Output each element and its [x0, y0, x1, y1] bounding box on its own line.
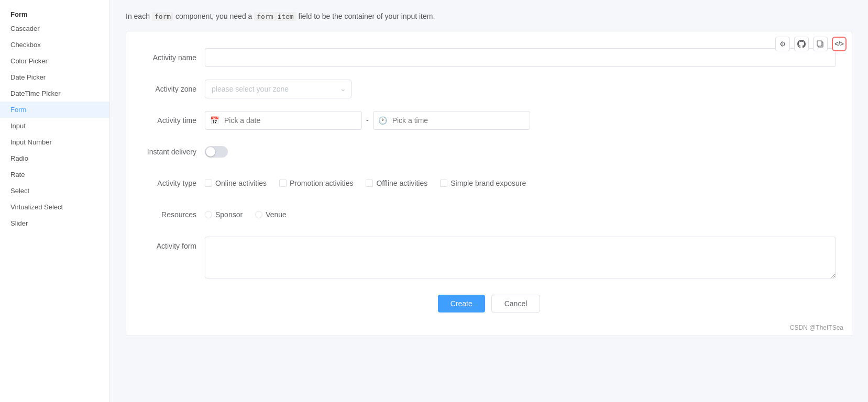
sidebar-group-title: Form — [0, 6, 109, 20]
checkbox-promotion[interactable]: Promotion activities — [279, 179, 353, 187]
resources-label: Resources — [142, 205, 205, 224]
activity-form-label: Activity form — [142, 237, 205, 255]
sidebar-item-input[interactable]: Input — [0, 118, 109, 134]
copy-icon[interactable] — [813, 37, 828, 51]
checkbox-promotion-label: Promotion activities — [290, 179, 353, 187]
svg-rect-1 — [817, 41, 822, 46]
cancel-button[interactable]: Cancel — [491, 295, 541, 312]
instant-delivery-control — [205, 142, 836, 161]
watermark: CSDN @TheITSea — [126, 321, 852, 336]
main-content: In each form component, you need a form-… — [110, 0, 868, 402]
checkbox-offline[interactable]: Offline activities — [366, 179, 427, 187]
activity-type-label: Activity type — [142, 174, 205, 193]
clock-icon: 🕐 — [378, 116, 387, 125]
resources-control: Sponsor Venue — [205, 205, 836, 224]
radio-venue-label: Venue — [266, 210, 287, 219]
sidebar-item-slider[interactable]: Slider — [0, 215, 109, 231]
sidebar-item-virtualized-select[interactable]: Virtualized Select — [0, 199, 109, 215]
toggle-wrap — [205, 142, 836, 161]
activity-time-control: 📅 - 🕐 — [205, 111, 836, 130]
form-row-activity-time: Activity time 📅 - 🕐 — [126, 105, 852, 136]
checkbox-online-box — [205, 180, 212, 187]
settings-icon[interactable]: ⚙ — [775, 37, 790, 51]
form-row-activity-name: Activity name — [126, 42, 852, 73]
activity-zone-select-wrapper: please select your zone — [205, 80, 351, 98]
form-row-activity-type: Activity type Online activities Promotio… — [126, 168, 852, 199]
sidebar-item-date-picker[interactable]: Date Picker — [0, 69, 109, 85]
radio-sponsor[interactable]: Sponsor — [205, 210, 243, 219]
activity-type-checkbox-group: Online activities Promotion activities O… — [205, 174, 836, 193]
sidebar-item-select[interactable]: Select — [0, 183, 109, 199]
activity-type-control: Online activities Promotion activities O… — [205, 174, 836, 193]
code-icon[interactable]: </> — [832, 37, 847, 51]
form-row-resources: Resources Sponsor Venue — [126, 199, 852, 230]
sidebar-item-form[interactable]: Form — [0, 102, 109, 118]
activity-zone-label: Activity zone — [142, 80, 205, 98]
activity-name-control — [205, 48, 836, 67]
checkbox-offline-label: Offline activities — [376, 179, 427, 187]
form-row-activity-zone: Activity zone please select your zone — [126, 73, 852, 105]
radio-venue-circle — [255, 211, 262, 218]
activity-zone-select[interactable]: please select your zone — [205, 80, 351, 98]
checkbox-offline-box — [366, 180, 373, 187]
toggle-knob — [206, 147, 215, 157]
activity-name-label: Activity name — [142, 48, 205, 67]
sidebar-item-rate[interactable]: Rate — [0, 166, 109, 183]
sidebar-item-input-number[interactable]: Input Number — [0, 134, 109, 150]
activity-name-input[interactable] — [205, 48, 836, 67]
checkbox-simple[interactable]: Simple brand exposure — [440, 179, 526, 187]
date-picker-input[interactable] — [205, 111, 362, 130]
activity-form-control — [205, 237, 836, 280]
time-picker-input[interactable] — [373, 111, 530, 130]
sidebar-item-checkbox[interactable]: Checkbox — [0, 37, 109, 53]
sidebar-item-color-picker[interactable]: Color Picker — [0, 53, 109, 69]
sidebar-item-radio[interactable]: Radio — [0, 150, 109, 166]
radio-sponsor-label: Sponsor — [215, 210, 243, 219]
activity-zone-control: please select your zone — [205, 80, 836, 98]
card-toolbar: ⚙ </> — [775, 37, 847, 51]
date-separator: - — [366, 116, 369, 125]
button-row: Create Cancel — [126, 286, 852, 321]
github-icon[interactable] — [794, 37, 809, 51]
create-button[interactable]: Create — [438, 295, 485, 312]
intro-paragraph: In each form component, you need a form-… — [126, 10, 852, 23]
activity-form-textarea[interactable] — [205, 237, 836, 278]
checkbox-simple-box — [440, 180, 447, 187]
activity-time-label: Activity time — [142, 111, 205, 130]
form-card: ⚙ </> Activity name Activity zone please… — [126, 31, 852, 336]
instant-delivery-toggle[interactable] — [205, 146, 228, 158]
date-picker-wrap: 📅 — [205, 111, 362, 130]
date-time-row: 📅 - 🕐 — [205, 111, 836, 130]
checkbox-promotion-box — [279, 180, 287, 187]
form-row-activity-form: Activity form — [126, 230, 852, 286]
sidebar-item-cascader[interactable]: Cascader — [0, 20, 109, 37]
form-row-instant-delivery: Instant delivery — [126, 136, 852, 168]
resources-radio-group: Sponsor Venue — [205, 205, 836, 224]
calendar-icon: 📅 — [210, 116, 219, 125]
sidebar: Form Cascader Checkbox Color Picker Date… — [0, 0, 110, 402]
checkbox-simple-label: Simple brand exposure — [451, 179, 526, 187]
radio-venue[interactable]: Venue — [255, 210, 287, 219]
radio-sponsor-circle — [205, 211, 212, 218]
instant-delivery-label: Instant delivery — [142, 142, 205, 161]
time-picker-wrap: 🕐 — [373, 111, 530, 130]
sidebar-item-datetime-picker[interactable]: DateTime Picker — [0, 85, 109, 102]
checkbox-online-label: Online activities — [215, 179, 267, 187]
checkbox-online[interactable]: Online activities — [205, 179, 267, 187]
